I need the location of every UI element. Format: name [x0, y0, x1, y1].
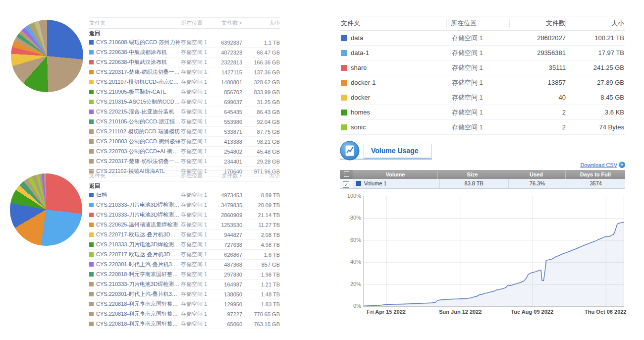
table-row[interactable]: CYS.220317-楚康-纺织法切叠一体机-定位存储空间 123440129.…: [89, 157, 280, 167]
file-count-cell: 626867: [213, 252, 242, 258]
folder-name: CYS.210803-公制的CCD-衢州极铼: [96, 138, 181, 144]
table-row[interactable]: CYS.220301-时代上汽-叠片机3D检测-2D存储空间 11380501.…: [89, 289, 280, 299]
table-row[interactable]: CYS.220703-公制的CCD+AI-衢州恒威存储空间 125480245.…: [89, 147, 280, 157]
file-count-cell: 856702: [213, 89, 242, 95]
table-row[interactable]: CYS.220301-时代上汽-叠片机3D检测-3D存储空间 148736885…: [89, 260, 280, 270]
folder-name-cell: data: [340, 34, 448, 42]
select-all-checkbox[interactable]: [344, 171, 349, 177]
location-cell: 存储空间 1: [181, 251, 213, 258]
table-header-row: 文件夹 所在位置 文件数▼ 大小: [89, 170, 280, 181]
table-row[interactable]: CYS.220215-混合-比亚迪分装机存储空间 164543586.43 GB: [89, 107, 280, 117]
file-count-cell: 2860909: [213, 212, 242, 218]
column-header-folder[interactable]: 文件夹: [89, 19, 181, 27]
file-count-cell: 944827: [213, 232, 242, 238]
table-row[interactable]: sonic存储空间 1274 Bytes: [340, 120, 625, 135]
folder-name: CYS.220703-公制的CCD+AI-衢州恒威: [96, 148, 181, 154]
table-row[interactable]: CYS.210333-刀片电池3D焊检测-重庆存储空间 11649871.21 …: [89, 280, 280, 289]
file-count-cell: 297830: [213, 272, 242, 278]
table-row[interactable]: homes存储空间 123.6 KB: [340, 105, 625, 120]
table-row[interactable]: CYS.210333-刀片电池3D焊检测-宁乡存储空间 1286090921.1…: [89, 210, 280, 220]
folder-name-cell: CYS.220625-温州瑞浦流量焊检测: [89, 221, 181, 228]
volume-row[interactable]: ✓ Volume 1 83.8 TB 76.3% 3574: [340, 179, 625, 189]
folder-name: CYS.220317-楚康-纺织法切叠一体机-缺陷检测: [96, 69, 181, 75]
volume-row-checkbox[interactable]: ✓: [343, 181, 349, 188]
folder-name-cell: CYS.220717-欧珏达-叠片机3D检测-2D: [89, 251, 181, 258]
folder-name-cell: CYS.220301-时代上汽-叠片机3D检测-2D: [89, 290, 181, 298]
table-row[interactable]: CYS.220717-欧珏达-叠片机3D检测-2D存储空间 16268671.6…: [89, 250, 280, 260]
download-csv-icon[interactable]: ▼: [619, 162, 625, 168]
column-header-used: Used: [507, 170, 565, 179]
folder-name-cell: sonic: [340, 123, 448, 131]
table-row[interactable]: share存储空间 135111241.25 GB: [340, 60, 625, 75]
table-row[interactable]: CYS.210105-公制的CCD-浙江恒威 (兰溪)存储空间 15539869…: [89, 117, 280, 127]
column-header-files[interactable]: 文件数: [509, 19, 565, 28]
column-header-folder[interactable]: 文件夹: [89, 172, 181, 179]
table-row[interactable]: CYS.220818-利元亨南京国轩整线-顶盖焊-2D存储空间 11299501…: [89, 299, 280, 309]
file-count-cell: 97227: [213, 311, 242, 317]
table-row[interactable]: CYS.210905-极耳翻折-CATL存储空间 1856702833.99 G…: [89, 87, 280, 97]
location-cell: 存储空间 1: [181, 211, 213, 219]
select-all-checkbox-cell[interactable]: [340, 170, 353, 179]
folder-name-cell: CYS.220317-楚康-纺织法切叠一体机-缺陷检测: [89, 68, 181, 76]
table-row[interactable]: CYS.220818-利元亨南京国轩整线-面板激光焊缝-...存储空间 1972…: [89, 309, 280, 319]
location-cell: 存储空间 1: [448, 78, 510, 87]
table-row[interactable]: CYS.210333-刀片电池3D焊检测-无为-2期存储空间 134798352…: [89, 200, 280, 210]
file-count-cell: 727638: [213, 242, 242, 248]
series-area-fill: [364, 223, 624, 306]
table-rows-container: data存储空间 128602027100.21 TBdata-1存储空间 12…: [340, 31, 625, 135]
table-row[interactable]: CYS.220638-中航武汉涂布机存储空间 12322813166.36 GB: [89, 57, 280, 67]
folder-name: CYS.210333-刀片电池3D焊检测-停止: [96, 241, 181, 247]
pie-chart-bottom[interactable]: [10, 173, 82, 246]
location-cell: 存储空间 1: [181, 78, 213, 86]
pie-chart-top[interactable]: [11, 20, 83, 92]
column-header-location[interactable]: 所在位置: [446, 19, 509, 28]
table-row[interactable]: 归档存储空间 149734538.89 TB: [89, 190, 280, 200]
legend-color-chip: [89, 139, 94, 144]
table-row[interactable]: docker存储空间 1408.45 GB: [340, 90, 625, 105]
column-header-files[interactable]: 文件数▼: [213, 19, 242, 27]
column-header-size: Size: [437, 170, 507, 179]
folder-name: CYS.220638-中航成都涂布机: [96, 49, 167, 55]
location-cell: 存储空间 1: [181, 58, 213, 66]
table-row[interactable]: data存储空间 128602027100.21 TB: [340, 31, 625, 46]
column-header-size[interactable]: 大小: [242, 19, 280, 27]
table-row[interactable]: CYS.210608-锡珏的CCD-苏州力神存储空间 163928371.1 T…: [89, 38, 280, 48]
table-row[interactable]: CYS.220638-中航成都涂布机存储空间 1407232866.47 GB: [89, 48, 280, 57]
file-count-cell: 4072328: [213, 50, 242, 56]
download-csv-link[interactable]: Download CSV: [580, 162, 617, 168]
table-row[interactable]: CYS.220625-温州瑞浦流量焊检测存储空间 1125353011.27 T…: [89, 220, 280, 230]
table-row[interactable]: CYS.210315-ASC15公制的CCD-ATL公装机存储空间 169903…: [89, 97, 280, 107]
location-cell: 存储空间 1: [181, 88, 213, 96]
location-cell: 存储空间 1: [181, 300, 213, 308]
file-count-cell: 40: [510, 94, 566, 101]
table-row[interactable]: CYS.220717-欧珏达-叠片机3D检测-3D存储空间 19448272.0…: [89, 230, 280, 240]
table-row[interactable]: CYS.220818-利元亨南京国轩整线-密封钉存储空间 165060763.1…: [89, 319, 280, 329]
table-row[interactable]: CYS.211102-模切的CCD-瑞浦模切存储空间 153387187.75 …: [89, 127, 280, 137]
column-header-location[interactable]: 所在位置: [181, 172, 213, 179]
size-cell: 8.89 TB: [242, 192, 280, 198]
table-rows-container: 归档存储空间 149734538.89 TBCYS.210333-刀片电池3D焊…: [89, 190, 280, 329]
column-header-location[interactable]: 所在位置: [181, 19, 213, 27]
folder-name: CYS.210333-刀片电池3D焊检测-重庆: [96, 281, 181, 287]
back-row[interactable]: 返回: [89, 29, 280, 38]
table-row[interactable]: CYS.210333-刀片电池3D焊检测-停止存储空间 17276384.98 …: [89, 240, 280, 250]
folder-name: CYS.220717-欧珏达-叠片机3D检测-2D: [96, 251, 181, 257]
table-row[interactable]: docker-1存储空间 11385727.89 GB: [340, 75, 625, 90]
table-row[interactable]: CYS.201107-模切机CCD-南京CATL存储空间 11400801328…: [89, 77, 280, 87]
back-row[interactable]: 返回: [89, 181, 280, 190]
column-header-size[interactable]: 大小: [565, 19, 625, 28]
table-row[interactable]: data-1存储空间 12935638117.97 TB: [340, 46, 625, 60]
folder-name: CYS.220317-楚康-纺织法切叠一体机-定位: [96, 158, 181, 164]
table-row[interactable]: CYS.220818-利元亨南京国轩整线-顶盖焊-3D存储空间 12978301…: [89, 270, 280, 280]
table-row[interactable]: CYS.220317-楚康-纺织法切叠一体机-缺陷检测存储空间 11427115…: [89, 67, 280, 77]
table-row[interactable]: CYS.210803-公制的CCD-衢州极铼存储空间 141338898.21 …: [89, 137, 280, 147]
column-header-folder[interactable]: 文件夹: [340, 19, 446, 28]
folder-name: CYS.220215-混合-比亚迪分装机: [96, 109, 174, 114]
location-cell: 存储空间 1: [181, 241, 213, 248]
column-header-days-to-full: Days to Full: [565, 170, 625, 179]
location-cell: 存储空间 1: [181, 221, 213, 228]
size-cell: 328.62 GB: [242, 79, 280, 85]
y-axis-tick-label: 100%: [347, 193, 361, 199]
column-header-size[interactable]: 大小: [242, 172, 280, 179]
column-header-files[interactable]: 文件数▼: [213, 172, 242, 179]
